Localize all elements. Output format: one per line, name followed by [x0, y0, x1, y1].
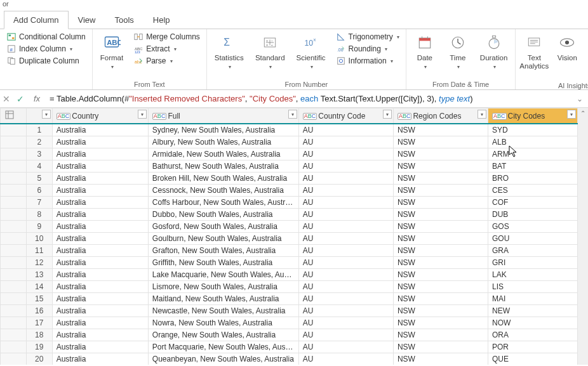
table-row[interactable]: 5AustraliaBroken Hill, New South Wales, … — [1, 173, 578, 185]
table-row[interactable]: 8AustraliaDubbo, New South Wales, Austra… — [1, 209, 578, 221]
filter-icon[interactable]: ▾ — [138, 110, 147, 119]
table-row[interactable]: 20AustraliaQueanbeyan, New South Wales, … — [1, 353, 578, 365]
cell-region-codes[interactable]: NSW — [393, 293, 488, 305]
row-selector[interactable] — [1, 136, 27, 148]
cell-country[interactable]: Australia — [52, 317, 148, 329]
filter-icon[interactable]: ▾ — [42, 110, 51, 119]
cell-country-code[interactable]: AU — [298, 173, 393, 185]
formula-commit-icon[interactable]: ✓ — [17, 94, 24, 104]
cell-region-codes[interactable]: NSW — [393, 233, 488, 245]
tab-tools[interactable]: Tools — [105, 11, 144, 29]
cell-region-codes[interactable]: NSW — [393, 124, 488, 136]
cell-full[interactable]: Port Macquarie, New South Wales, Austral… — [148, 341, 298, 353]
table-row[interactable]: 1AustraliaSydney, New South Wales, Austr… — [1, 124, 578, 136]
row-selector[interactable] — [1, 173, 27, 185]
row-selector[interactable] — [1, 233, 27, 245]
cell-country[interactable]: Australia — [52, 281, 148, 293]
vertical-scrollbar[interactable]: ⌃ — [578, 108, 588, 365]
trigonometry-button[interactable]: Trigonometry▾ — [333, 31, 402, 42]
cell-country-code[interactable]: AU — [298, 185, 393, 197]
cell-city-codes[interactable]: ARM — [488, 148, 578, 160]
cell-city-codes[interactable]: BAT — [488, 160, 578, 173]
filter-icon[interactable]: ▾ — [383, 110, 392, 119]
table-row[interactable]: 11AustraliaGrafton, New South Wales, Aus… — [1, 245, 578, 257]
scroll-up-icon[interactable]: ⌃ — [580, 108, 585, 118]
conditional-column-button[interactable]: Conditional Column — [4, 31, 88, 42]
cell-region-codes[interactable]: NSW — [393, 197, 488, 209]
merge-columns-button[interactable]: Merge Columns — [131, 31, 203, 42]
table-row[interactable]: 16AustraliaNewcastle, New South Wales, A… — [1, 305, 578, 317]
cell-country[interactable]: Australia — [52, 136, 148, 148]
cell-country-code[interactable]: AU — [298, 209, 393, 221]
table-row[interactable]: 18AustraliaOrange, New South Wales, Aust… — [1, 329, 578, 341]
cell-full[interactable]: Orange, New South Wales, Australia — [148, 329, 298, 341]
cell-city-codes[interactable]: BRO — [488, 173, 578, 185]
table-row[interactable]: 17AustraliaNowra, New South Wales, Austr… — [1, 317, 578, 329]
extract-button[interactable]: ABC123 Extract▾ — [131, 43, 203, 55]
cell-region-codes[interactable]: NSW — [393, 329, 488, 341]
cell-full[interactable]: Gosford, New South Wales, Australia — [148, 221, 298, 233]
azure-ml-button[interactable]: Azure Machine Learning — [585, 31, 588, 81]
formula-input[interactable]: = Table.AddColumn(#"Inserted Removed Cha… — [50, 94, 568, 103]
cell-country-code[interactable]: AU — [298, 160, 393, 173]
cell-country-code[interactable]: AU — [298, 245, 393, 257]
tab-help[interactable]: Help — [144, 11, 180, 29]
cell-city-codes[interactable]: LAK — [488, 269, 578, 281]
row-selector[interactable] — [1, 269, 27, 281]
cell-region-codes[interactable]: NSW — [393, 173, 488, 185]
time-button[interactable]: Time▾ — [443, 31, 472, 72]
cell-country-code[interactable]: AU — [298, 269, 393, 281]
table-row[interactable]: 10AustraliaGoulburn, New South Wales, Au… — [1, 233, 578, 245]
cell-full[interactable]: Newcastle, New South Wales, Australia — [148, 305, 298, 317]
cell-region-codes[interactable]: NSW — [393, 185, 488, 197]
row-selector[interactable] — [1, 209, 27, 221]
row-selector[interactable] — [1, 185, 27, 197]
column-header-country[interactable]: ABC Country ▾ — [52, 108, 148, 124]
cell-region-codes[interactable]: NSW — [393, 305, 488, 317]
cell-city-codes[interactable]: POR — [488, 341, 578, 353]
cell-city-codes[interactable]: NOW — [488, 317, 578, 329]
filter-icon[interactable]: ▾ — [288, 110, 297, 119]
table-row[interactable]: 6AustraliaCessnock, New South Wales, Aus… — [1, 185, 578, 197]
cell-city-codes[interactable]: GOU — [488, 233, 578, 245]
cell-full[interactable]: Lake Macquarie, New South Wales, Austral… — [148, 269, 298, 281]
column-header-region-codes[interactable]: ABC Region Codes ▾ — [393, 108, 488, 124]
row-selector[interactable] — [1, 341, 27, 353]
cell-country[interactable]: Australia — [52, 233, 148, 245]
row-selector[interactable] — [1, 281, 27, 293]
row-selector[interactable] — [1, 148, 27, 160]
cell-country-code[interactable]: AU — [298, 341, 393, 353]
cell-city-codes[interactable]: ORA — [488, 329, 578, 341]
cell-full[interactable]: Albury, New South Wales, Australia — [148, 136, 298, 148]
table-row[interactable]: 14AustraliaLismore, New South Wales, Aus… — [1, 281, 578, 293]
cell-region-codes[interactable]: NSW — [393, 341, 488, 353]
cell-country[interactable]: Australia — [52, 160, 148, 173]
row-selector[interactable] — [1, 329, 27, 341]
cell-region-codes[interactable]: NSW — [393, 317, 488, 329]
row-selector[interactable] — [1, 257, 27, 269]
cell-full[interactable]: Nowra, New South Wales, Australia — [148, 317, 298, 329]
table-row[interactable]: 3AustraliaArmidale, New South Wales, Aus… — [1, 148, 578, 160]
vision-button[interactable]: Vision — [552, 31, 582, 63]
cell-region-codes[interactable]: NSW — [393, 257, 488, 269]
cell-city-codes[interactable]: NEW — [488, 305, 578, 317]
table-row[interactable]: 2AustraliaAlbury, New South Wales, Austr… — [1, 136, 578, 148]
cell-region-codes[interactable]: NSW — [393, 160, 488, 173]
cell-country-code[interactable]: AU — [298, 124, 393, 136]
cell-country[interactable]: Australia — [52, 257, 148, 269]
cell-city-codes[interactable]: ALB — [488, 136, 578, 148]
cell-country[interactable]: Australia — [52, 209, 148, 221]
cell-country[interactable]: Australia — [52, 269, 148, 281]
cell-full[interactable]: Armidale, New South Wales, Australia — [148, 148, 298, 160]
table-row[interactable]: 15AustraliaMaitland, New South Wales, Au… — [1, 293, 578, 305]
table-row[interactable]: 4AustraliaBathurst, New South Wales, Aus… — [1, 160, 578, 173]
cell-country-code[interactable]: AU — [298, 233, 393, 245]
cell-city-codes[interactable]: DUB — [488, 209, 578, 221]
cell-city-codes[interactable]: MAI — [488, 293, 578, 305]
cell-region-codes[interactable]: NSW — [393, 269, 488, 281]
cell-region-codes[interactable]: NSW — [393, 281, 488, 293]
cell-country[interactable]: Australia — [52, 245, 148, 257]
cell-region-codes[interactable]: NSW — [393, 353, 488, 365]
cell-full[interactable]: Cessnock, New South Wales, Australia — [148, 185, 298, 197]
cell-full[interactable]: Goulburn, New South Wales, Australia — [148, 233, 298, 245]
